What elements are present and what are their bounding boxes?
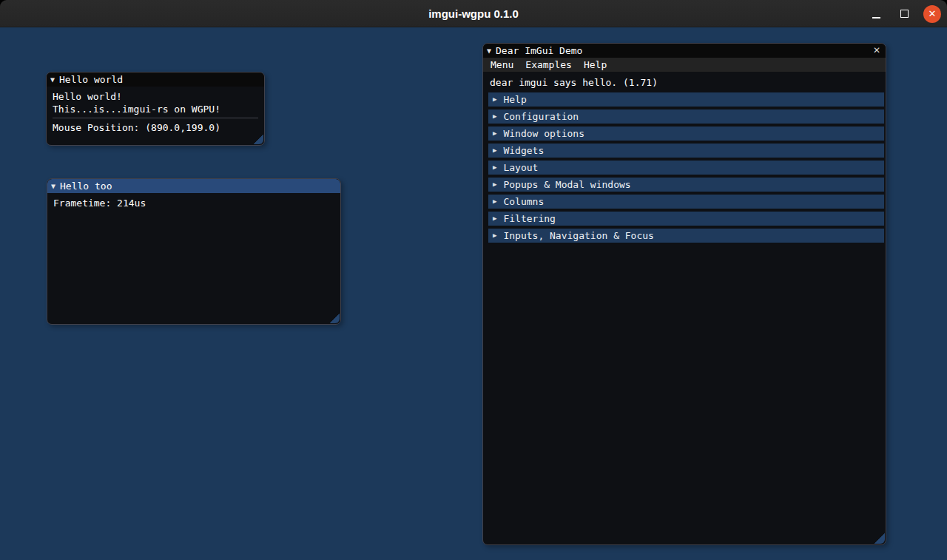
demo-close-button[interactable]: ✕ [871, 44, 883, 58]
header-filtering[interactable]: ▶ Filtering [488, 212, 884, 226]
collapsed-arrow-icon: ▶ [493, 215, 496, 222]
menu-item-examples[interactable]: Examples [519, 58, 578, 72]
collapse-arrow-icon[interactable]: ▼ [487, 47, 491, 55]
header-widgets[interactable]: ▶ Widgets [488, 144, 884, 158]
resize-grip[interactable] [329, 313, 340, 323]
hello-too-body: Frametime: 214us [47, 193, 340, 213]
header-label: Filtering [503, 212, 555, 226]
demo-menu-bar: Menu Examples Help [483, 58, 886, 72]
hello-world-body: Hello world! This...is...imgui-rs on WGP… [47, 87, 264, 138]
hello-world-titlebar[interactable]: ▼ Hello world [47, 72, 264, 87]
header-label: Inputs, Navigation & Focus [503, 229, 654, 243]
close-button[interactable]: ✕ [923, 5, 941, 23]
maximize-button[interactable] [895, 5, 913, 23]
header-layout[interactable]: ▶ Layout [488, 161, 884, 175]
app-window: imgui-wgpu 0.1.0 ✕ ▼ Hello world Hello w… [0, 0, 947, 560]
hello-world-line1: Hello world! [53, 90, 258, 103]
close-icon: ✕ [929, 9, 937, 18]
header-window-options[interactable]: ▶ Window options [488, 126, 884, 141]
minimize-icon [872, 17, 880, 18]
hello-world-title: Hello world [59, 74, 123, 85]
greeting-text: dear imgui says hello. (1.71) [488, 75, 884, 90]
frametime-text: Frametime: 214us [53, 197, 334, 209]
mouse-position-text: Mouse Position: (890.0,199.0) [53, 121, 258, 134]
header-label: Popups & Modal windows [503, 178, 630, 192]
resize-grip[interactable] [253, 134, 263, 144]
collapsed-arrow-icon: ▶ [493, 113, 496, 120]
demo-window[interactable]: ▼ Dear ImGui Demo ✕ Menu Examples Help d… [482, 43, 886, 545]
collapsed-arrow-icon: ▶ [493, 147, 496, 154]
collapse-arrow-icon[interactable]: ▼ [51, 183, 55, 190]
header-label: Configuration [503, 109, 579, 124]
collapsed-arrow-icon: ▶ [493, 130, 496, 137]
header-help[interactable]: ▶ Help [488, 92, 884, 107]
window-title: imgui-wgpu 0.1.0 [0, 0, 947, 27]
hello-too-window[interactable]: ▼ Hello too Frametime: 214us [47, 178, 341, 325]
os-titlebar[interactable]: imgui-wgpu 0.1.0 ✕ [0, 0, 947, 27]
collapsed-arrow-icon: ▶ [493, 232, 496, 239]
menu-item-menu[interactable]: Menu [485, 58, 519, 72]
resize-grip[interactable] [874, 533, 885, 544]
maximize-icon [900, 10, 909, 18]
demo-title: Dear ImGui Demo [496, 45, 582, 56]
header-label: Window options [503, 126, 584, 141]
header-label: Help [503, 92, 526, 107]
minimize-button[interactable] [867, 5, 885, 23]
header-inputs-navigation-focus[interactable]: ▶ Inputs, Navigation & Focus [488, 229, 884, 243]
collapsed-arrow-icon: ▶ [493, 198, 496, 205]
desktop-background: ▼ Hello world Hello world! This...is...i… [0, 27, 947, 560]
collapsed-arrow-icon: ▶ [493, 181, 496, 188]
header-configuration[interactable]: ▶ Configuration [488, 109, 884, 124]
collapsed-arrow-icon: ▶ [493, 164, 496, 171]
header-label: Layout [503, 161, 538, 175]
separator [53, 118, 258, 118]
hello-too-titlebar[interactable]: ▼ Hello too [47, 179, 340, 193]
collapsed-arrow-icon: ▶ [493, 96, 496, 103]
collapse-arrow-icon[interactable]: ▼ [50, 76, 55, 84]
hello-world-window[interactable]: ▼ Hello world Hello world! This...is...i… [46, 72, 265, 146]
window-controls: ✕ [867, 0, 941, 27]
demo-content: dear imgui says hello. (1.71) ▶ Help ▶ C… [483, 72, 886, 243]
hello-too-title: Hello too [60, 181, 112, 192]
header-label: Widgets [503, 144, 544, 158]
menu-item-help[interactable]: Help [578, 58, 613, 72]
header-popups-modal-windows[interactable]: ▶ Popups & Modal windows [488, 178, 884, 192]
header-label: Columns [503, 195, 544, 209]
hello-world-line2: This...is...imgui-rs on WGPU! [53, 103, 258, 115]
header-columns[interactable]: ▶ Columns [488, 195, 884, 209]
demo-titlebar[interactable]: ▼ Dear ImGui Demo ✕ [483, 44, 886, 58]
